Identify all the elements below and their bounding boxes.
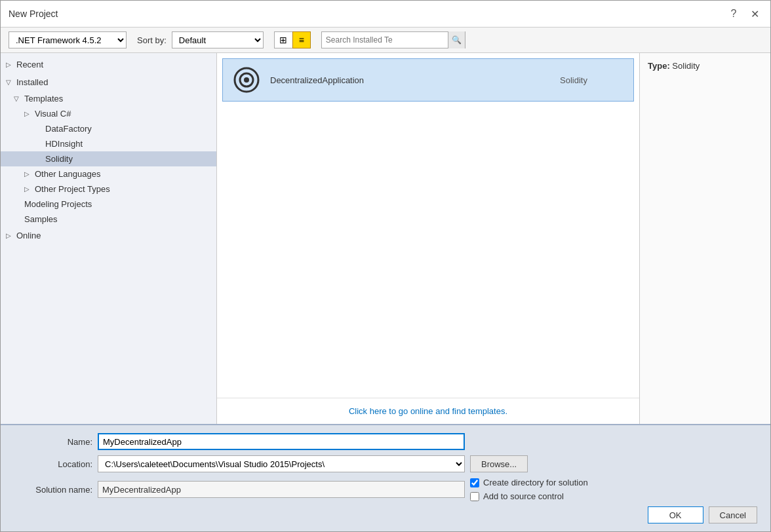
create-dir-checkbox[interactable] (470, 478, 479, 487)
other-project-types-arrow: ▷ (24, 185, 32, 193)
type-value: Solidity (672, 61, 700, 71)
new-project-dialog: New Project ? ✕ .NET Framework 4.5.2 Sor… (0, 0, 771, 532)
templates-label: Templates (24, 94, 63, 104)
sidebar-item-recent[interactable]: ▷ Recent (1, 56, 216, 73)
sidebar-item-online[interactable]: ▷ Online (1, 227, 216, 244)
template-name: DecentralizedApplication (270, 75, 552, 85)
svg-point-2 (244, 77, 249, 83)
name-row: Name: (14, 433, 757, 450)
other-project-types-label: Other Project Types (35, 184, 110, 194)
solidity-label: Solidity (45, 154, 73, 164)
sidebar-item-other-languages[interactable]: ▷ Other Languages (1, 166, 216, 181)
title-bar: New Project ? ✕ (1, 1, 770, 28)
sidebar-item-solidity[interactable]: Solidity (1, 151, 216, 166)
content-area: DecentralizedApplication Solidity Click … (217, 53, 639, 424)
ok-button[interactable]: OK (648, 506, 703, 523)
title-bar-left: New Project (9, 9, 58, 19)
source-control-item: Add to source control (470, 491, 588, 501)
recent-arrow: ▷ (6, 61, 14, 68)
location-select[interactable]: C:\Users\caleteet\Documents\Visual Studi… (98, 455, 465, 472)
sidebar-item-templates[interactable]: ▽ Templates (1, 91, 216, 106)
sort-label: Sort by: (137, 35, 167, 45)
solidity-icon-svg (233, 67, 260, 93)
action-row: OK Cancel (14, 506, 757, 523)
template-type: Solidity (560, 75, 625, 85)
samples-label: Samples (24, 214, 58, 224)
template-icon (231, 64, 262, 96)
other-languages-arrow: ▷ (24, 170, 32, 178)
search-button[interactable]: 🔍 (448, 31, 465, 48)
sidebar-item-datafactory[interactable]: DataFactory (1, 121, 216, 136)
toolbar: .NET Framework 4.5.2 Sort by: Default ⊞ … (1, 28, 770, 53)
cancel-button[interactable]: Cancel (709, 506, 757, 523)
create-dir-label: Create directory for solution (483, 478, 588, 487)
source-control-checkbox[interactable] (470, 492, 479, 501)
sidebar-item-visual-cs[interactable]: ▷ Visual C# (1, 106, 216, 121)
sidebar-item-hdinsight[interactable]: HDInsight (1, 136, 216, 151)
close-button[interactable]: ✕ (747, 6, 762, 22)
template-item[interactable]: DecentralizedApplication Solidity (222, 58, 634, 102)
sidebar-item-installed[interactable]: ▽ Installed (1, 73, 216, 91)
source-control-label: Add to source control (483, 491, 564, 501)
templates-arrow: ▽ (14, 95, 22, 102)
list-view-button[interactable]: ≡ (292, 31, 311, 48)
visual-cs-label: Visual C# (35, 109, 71, 119)
help-button[interactable]: ? (726, 6, 741, 22)
sidebar-item-modeling-projects[interactable]: Modeling Projects (1, 197, 216, 212)
title-controls: ? ✕ (726, 6, 762, 22)
checkboxes: Create directory for solution Add to sou… (470, 478, 588, 501)
template-list: DecentralizedApplication Solidity (217, 53, 639, 398)
datafactory-label: DataFactory (45, 124, 92, 134)
name-label: Name: (14, 437, 92, 447)
grid-view-button[interactable]: ⊞ (274, 31, 292, 48)
type-panel: Type: Solidity (639, 53, 770, 424)
sidebar-item-samples[interactable]: Samples (1, 212, 216, 227)
search-input[interactable] (322, 34, 448, 46)
solution-label: Solution name: (14, 485, 92, 495)
other-languages-label: Other Languages (35, 169, 100, 179)
view-buttons: ⊞ ≡ (274, 31, 311, 48)
search-box: 🔍 (321, 31, 465, 48)
browse-button[interactable]: Browse... (470, 455, 528, 472)
location-label: Location: (14, 459, 92, 469)
sidebar: ▷ Recent ▽ Installed ▽ Templates ▷ Visua… (1, 53, 217, 424)
type-label: Type: Solidity (648, 61, 700, 71)
create-dir-item: Create directory for solution (470, 478, 588, 487)
online-label: Online (16, 231, 41, 240)
solution-input[interactable] (98, 481, 465, 498)
name-input[interactable] (98, 433, 465, 450)
type-label-bold: Type: (648, 61, 670, 71)
modeling-label: Modeling Projects (24, 199, 92, 209)
installed-label: Installed (16, 77, 48, 87)
main-content: ▷ Recent ▽ Installed ▽ Templates ▷ Visua… (1, 53, 770, 424)
installed-arrow: ▽ (6, 79, 14, 86)
solution-name-row: Solution name: Create directory for solu… (14, 478, 757, 501)
online-link-text[interactable]: Click here to go online and find templat… (349, 406, 507, 416)
hdinsight-label: HDInsight (45, 139, 83, 149)
online-link: Click here to go online and find templat… (217, 398, 639, 424)
visual-cs-arrow: ▷ (24, 110, 32, 117)
framework-select[interactable]: .NET Framework 4.5.2 (9, 31, 127, 48)
location-row: Location: C:\Users\caleteet\Documents\Vi… (14, 455, 757, 472)
recent-label: Recent (16, 60, 43, 69)
sidebar-item-other-project-types[interactable]: ▷ Other Project Types (1, 181, 216, 197)
online-arrow: ▷ (6, 232, 14, 239)
bottom-form: Name: Location: C:\Users\caleteet\Docume… (1, 424, 770, 531)
sort-select[interactable]: Default (172, 31, 264, 48)
dialog-title: New Project (9, 9, 58, 19)
